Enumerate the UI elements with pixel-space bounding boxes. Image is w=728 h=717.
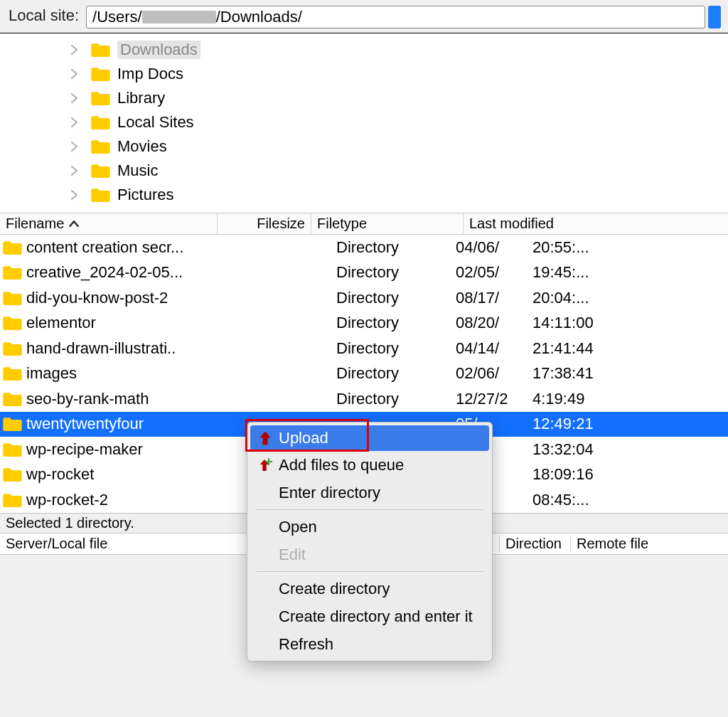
folder-icon <box>3 240 22 255</box>
context-menu: Upload Add files to queue Enter director… <box>247 422 493 662</box>
menu-edit: Edit <box>247 541 492 568</box>
file-date: 02/05/ <box>456 263 527 282</box>
file-date: 04/06/ <box>456 238 527 257</box>
file-type: Directory <box>336 289 449 307</box>
menu-add-to-queue[interactable]: Add files to queue <box>247 451 492 479</box>
local-site-label: Local site: <box>9 6 86 28</box>
file-date: 04/14/ <box>456 339 527 358</box>
tree-item-label: Imp Docs <box>117 65 183 83</box>
upload-icon <box>259 431 279 445</box>
file-type: Directory <box>336 238 449 257</box>
file-name: did-you-know-post-2 <box>26 289 240 307</box>
chevron-right-icon[interactable] <box>71 190 81 200</box>
chevron-right-icon[interactable] <box>71 117 81 127</box>
file-row[interactable]: hand-drawn-illustrati..Directory04/14/21… <box>0 336 728 361</box>
file-name: images <box>26 364 240 383</box>
folder-icon <box>91 163 110 179</box>
folder-icon <box>3 341 22 356</box>
folder-icon <box>91 139 110 154</box>
folder-icon <box>3 442 22 457</box>
file-type: Directory <box>336 314 449 332</box>
file-row[interactable]: did-you-know-post-2Directory08/17/20:04:… <box>0 285 728 311</box>
file-name: seo-by-rank-math <box>26 390 240 408</box>
menu-upload[interactable]: Upload <box>250 425 489 451</box>
chevron-right-icon[interactable] <box>71 69 81 79</box>
tree-item[interactable]: Downloads <box>0 38 728 62</box>
file-type: Directory <box>336 339 449 358</box>
tree-item[interactable]: Movies <box>0 134 728 159</box>
file-name: elementor <box>26 314 240 332</box>
file-type: Directory <box>336 263 449 282</box>
chevron-right-icon[interactable] <box>71 142 81 152</box>
file-type: Directory <box>336 390 449 408</box>
folder-icon <box>91 66 110 82</box>
file-name: creative_2024-02-05... <box>26 263 240 282</box>
menu-create-directory[interactable]: Create directory <box>247 575 492 602</box>
path-redacted <box>142 11 216 23</box>
folder-icon <box>3 290 22 306</box>
file-row[interactable]: elementorDirectory08/20/14:11:00 <box>0 311 728 336</box>
tree-item[interactable]: Music <box>0 159 728 183</box>
tree-item-label: Pictures <box>117 186 173 204</box>
sort-asc-icon <box>68 220 80 228</box>
file-date: 02/06/ <box>456 364 527 383</box>
tree-item[interactable]: Library <box>0 86 728 110</box>
menu-separator <box>256 571 483 572</box>
file-date: 08/20/ <box>456 314 527 332</box>
path-prefix: /Users/ <box>92 8 142 26</box>
folder-tree[interactable]: DownloadsImp DocsLibraryLocal SitesMovie… <box>0 33 728 213</box>
file-time: 4:19:49 <box>532 390 584 408</box>
file-time: 19:45:... <box>532 263 589 282</box>
folder-icon <box>3 416 22 432</box>
menu-refresh[interactable]: Refresh <box>247 630 492 658</box>
col-header-filesize[interactable]: Filesize <box>218 213 311 234</box>
file-time: 18:09:16 <box>532 465 594 484</box>
file-time: 21:41:44 <box>532 339 594 358</box>
folder-icon <box>3 391 22 407</box>
tree-item-label: Local Sites <box>117 113 194 132</box>
folder-icon <box>3 265 22 280</box>
file-time: 20:04:... <box>532 289 589 307</box>
menu-enter-directory[interactable]: Enter directory <box>247 479 492 506</box>
folder-icon <box>3 492 22 508</box>
folder-icon <box>91 90 110 106</box>
file-time: 14:11:00 <box>532 314 594 332</box>
queue-col-remote[interactable]: Remote file <box>570 536 648 552</box>
file-name: twentytwentyfour <box>26 415 240 433</box>
tree-item-label: Movies <box>117 137 167 156</box>
file-row[interactable]: seo-by-rank-mathDirectory12/27/24:19:49 <box>0 386 728 412</box>
file-time: 12:49:21 <box>532 415 594 433</box>
file-name: wp-rocket-2 <box>26 491 240 509</box>
chevron-right-icon[interactable] <box>71 45 81 55</box>
folder-icon <box>91 42 110 58</box>
file-name: wp-recipe-maker <box>26 440 240 459</box>
path-suffix: /Downloads/ <box>216 8 302 26</box>
file-name: hand-drawn-illustrati.. <box>26 339 240 358</box>
chevron-right-icon[interactable] <box>71 166 81 176</box>
file-date: 08/17/ <box>456 289 527 307</box>
file-row[interactable]: imagesDirectory02/06/17:38:41 <box>0 361 728 387</box>
file-date: 12/27/2 <box>456 390 527 408</box>
chevron-right-icon[interactable] <box>71 93 81 103</box>
col-header-filename[interactable]: Filename <box>0 213 218 234</box>
queue-col-direction[interactable]: Direction <box>499 536 570 552</box>
file-name: wp-rocket <box>26 465 240 484</box>
folder-icon <box>91 115 110 130</box>
menu-create-directory-enter[interactable]: Create directory and enter it <box>247 602 492 630</box>
folder-icon <box>3 467 22 482</box>
col-header-filetype[interactable]: Filetype <box>311 213 464 234</box>
file-list-header: Filename Filesize Filetype Last modified <box>0 213 728 235</box>
tree-item[interactable]: Imp Docs <box>0 62 728 86</box>
folder-icon <box>91 187 110 203</box>
file-type: Directory <box>336 364 449 383</box>
menu-open[interactable]: Open <box>247 513 492 541</box>
local-site-path-input[interactable]: /Users/ /Downloads/ <box>86 6 705 28</box>
tree-item[interactable]: Pictures <box>0 183 728 207</box>
col-header-lastmod[interactable]: Last modified <box>464 213 728 234</box>
status-text: Selected 1 directory. <box>6 515 134 531</box>
file-row[interactable]: creative_2024-02-05...Directory02/05/19:… <box>0 260 728 286</box>
file-row[interactable]: content creation secr...Directory04/06/2… <box>0 235 728 260</box>
tree-item[interactable]: Local Sites <box>0 110 728 134</box>
file-time: 17:38:41 <box>532 364 594 383</box>
path-dropdown-button[interactable] <box>708 6 721 28</box>
